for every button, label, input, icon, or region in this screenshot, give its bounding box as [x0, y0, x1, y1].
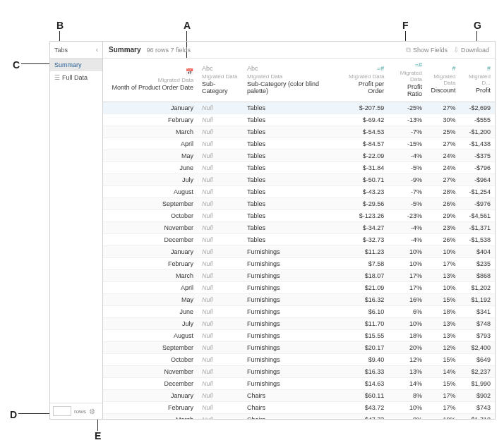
callout-line [18, 413, 49, 414]
table-row[interactable]: JanuaryNullFurnishings$11.2310%10%$404 [103, 246, 495, 258]
cell: Null [198, 294, 243, 306]
download-icon: ⇩ [453, 46, 459, 54]
cell: $47.73 [337, 414, 388, 420]
table-row[interactable]: FebruaryNullTables$-69.42-13%30%-$555 [103, 114, 495, 126]
table-row[interactable]: MarchNullTables$-54.53-7%25%-$1,200 [103, 126, 495, 138]
table-row[interactable]: AugustNullTables$-43.23-7%28%-$1,254 [103, 186, 495, 198]
cell: 15% [426, 294, 460, 306]
cell: Furnishings [243, 258, 337, 270]
table-row[interactable]: JulyNullTables$-50.71-9%27%-$964 [103, 174, 495, 186]
column-header[interactable]: 📅Migrated DataMonth of Product Order Dat… [103, 59, 198, 102]
table-row[interactable]: AprilNullTables$-84.57-15%27%-$1,438 [103, 138, 495, 150]
cell: $1,718 [460, 414, 495, 420]
cell: Furnishings [243, 366, 337, 378]
cell: February [103, 258, 198, 270]
cell: Null [198, 282, 243, 294]
cell: 8% [388, 390, 426, 402]
cell: January [103, 390, 198, 402]
cell: $-34.27 [337, 222, 388, 234]
gear-icon[interactable]: ⚙ [89, 408, 95, 415]
show-fields-icon: ⧉ [406, 46, 411, 54]
cell: 28% [426, 186, 460, 198]
rows-input[interactable] [53, 406, 71, 416]
table-row[interactable]: FebruaryNullFurnishings$7.5810%17%$235 [103, 258, 495, 270]
table-row[interactable]: NovemberNullTables$-34.27-4%23%-$1,371 [103, 222, 495, 234]
table-row[interactable]: JuneNullFurnishings$6.106%18%$341 [103, 306, 495, 318]
callout-d: D [10, 409, 17, 420]
column-header[interactable]: #Migrated D...Profit [460, 59, 495, 102]
cell: Null [198, 258, 243, 270]
callout-line [476, 31, 477, 41]
download-button[interactable]: ⇩ Download [453, 46, 489, 54]
cell: -$1,438 [460, 138, 495, 150]
table-row[interactable]: AugustNullFurnishings$15.5518%13%$793 [103, 330, 495, 342]
table-row[interactable]: MarchNullChairs$47.738%19%$1,718 [103, 414, 495, 420]
cell: Null [198, 378, 243, 390]
table-row[interactable]: OctoberNullTables$-123.26-23%29%-$4,561 [103, 210, 495, 222]
table-row[interactable]: SeptemberNullTables$-29.56-5%26%-$976 [103, 198, 495, 210]
cell: -15% [388, 138, 426, 150]
cell: Null [198, 342, 243, 354]
cell: August [103, 186, 198, 198]
cell: 18% [388, 330, 426, 342]
table-row[interactable]: JuneNullTables$-31.84-5%24%-$796 [103, 162, 495, 174]
table-row[interactable]: AprilNullFurnishings$21.0917%10%$1,202 [103, 282, 495, 294]
cell: 17% [388, 282, 426, 294]
cell: $43.72 [337, 402, 388, 414]
table-row[interactable]: OctoberNullFurnishings$9.4012%15%$649 [103, 354, 495, 366]
cell: Null [198, 102, 243, 114]
cell: $16.33 [337, 366, 388, 378]
cell: $748 [460, 318, 495, 330]
table-row[interactable]: JulyNullFurnishings$11.7010%13%$748 [103, 318, 495, 330]
cell: Tables [243, 150, 337, 162]
column-header[interactable]: AbcMigrated DataSub-Category [198, 59, 243, 102]
column-header[interactable]: AbcMigrated DataSub-Category (color blin… [243, 59, 337, 102]
callout-line [59, 31, 60, 41]
cell: $-43.23 [337, 186, 388, 198]
cell: Tables [243, 162, 337, 174]
cell: Chairs [243, 402, 337, 414]
cell: $14.63 [337, 378, 388, 390]
cell: April [103, 138, 198, 150]
cell: Null [198, 114, 243, 126]
tab-summary[interactable]: Summary [50, 59, 102, 71]
table-row[interactable]: JanuaryNullChairs$60.118%17%$902 [103, 390, 495, 402]
table-row[interactable]: SeptemberNullFurnishings$20.1720%12%$2,4… [103, 342, 495, 354]
cell: 27% [426, 138, 460, 150]
table-row[interactable]: DecemberNullTables$-32.73-4%26%-$1,538 [103, 234, 495, 246]
cell: September [103, 342, 198, 354]
cell: $-32.73 [337, 234, 388, 246]
column-header[interactable]: =#Migrated DataProfit per Order [337, 59, 388, 102]
callout-line [97, 420, 98, 431]
table-row[interactable]: NovemberNullFurnishings$16.3313%14%$2,23… [103, 366, 495, 378]
cell: -7% [388, 186, 426, 198]
cell: 26% [426, 198, 460, 210]
show-fields-button[interactable]: ⧉ Show Fields [406, 46, 448, 54]
tab-full-data[interactable]: ☰Full Data [50, 71, 102, 84]
table-row[interactable]: FebruaryNullChairs$43.7210%17%$743 [103, 402, 495, 414]
cell: $743 [460, 402, 495, 414]
callout-line [21, 63, 49, 64]
column-header[interactable]: =#Migrated DataProfit Ratio [388, 59, 426, 102]
cell: Furnishings [243, 342, 337, 354]
table-row[interactable]: MayNullTables$-22.09-4%24%-$375 [103, 150, 495, 162]
cell: January [103, 102, 198, 114]
cell: 10% [426, 282, 460, 294]
cell: -5% [388, 198, 426, 210]
cell: $2,237 [460, 366, 495, 378]
cell: 18% [426, 306, 460, 318]
cell: -9% [388, 174, 426, 186]
table-row[interactable]: DecemberNullFurnishings$14.6314%15%$1,99… [103, 378, 495, 390]
collapse-icon[interactable]: ‹ [96, 46, 98, 54]
table-row[interactable]: JanuaryNullTables$-207.59-25%27%-$2,699 [103, 102, 495, 114]
table-row[interactable]: MarchNullFurnishings$18.0717%13%$868 [103, 270, 495, 282]
callout-g: G [474, 20, 481, 31]
table-row[interactable]: MayNullFurnishings$16.3216%15%$1,192 [103, 294, 495, 306]
data-table: 📅Migrated DataMonth of Product Order Dat… [103, 59, 495, 419]
column-type-icon: # [464, 65, 491, 72]
data-grid[interactable]: 📅Migrated DataMonth of Product Order Dat… [103, 59, 495, 419]
sidebar-header: Tabs ‹ [50, 42, 102, 59]
column-header[interactable]: #Migrated DataDiscount [426, 59, 460, 102]
column-name: Sub-Category (color blind palette) [247, 80, 333, 95]
cell: -7% [388, 126, 426, 138]
